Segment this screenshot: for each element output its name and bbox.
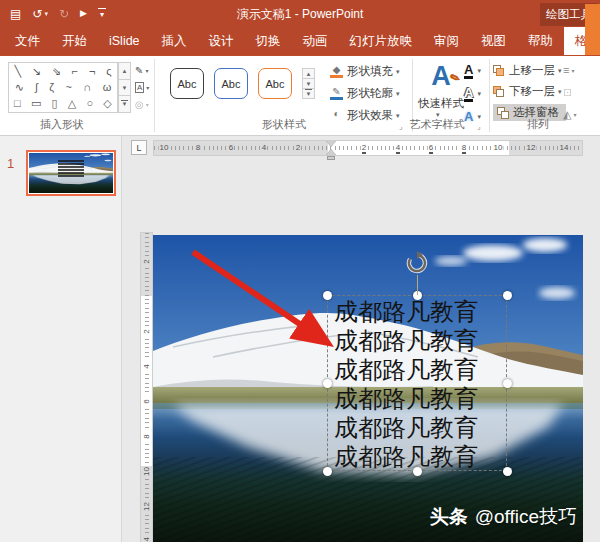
hanging-indent-marker[interactable]	[326, 149, 336, 155]
v-ruler-number: 8	[141, 431, 152, 442]
shape-triangle-icon[interactable]: △	[68, 98, 76, 109]
insert-shapes-gallery[interactable]: ╲↘⇘⌐¬ς∿ʃζ~∩ω□▭▯△○◇	[8, 62, 118, 113]
gallery-scroll-up-icon[interactable]: ▲	[118, 62, 131, 80]
tab-帮助[interactable]: 帮助	[517, 27, 564, 55]
handle-bottom-center[interactable]	[413, 467, 422, 476]
shape-style-presets: AbcAbcAbc	[170, 68, 292, 99]
shape-style-preset-1[interactable]: Abc	[170, 68, 204, 99]
rotate-handle-icon[interactable]	[405, 251, 429, 275]
tab-审阅[interactable]: 审阅	[423, 27, 470, 55]
tab-stop-mark	[462, 152, 466, 154]
text-line[interactable]: 成都路凡教育	[334, 413, 478, 442]
tab-type-selector[interactable]: L	[131, 140, 147, 155]
handle-top-left[interactable]	[323, 291, 332, 300]
v-ruler-number: 12	[141, 501, 152, 512]
handle-bottom-left[interactable]	[323, 467, 332, 476]
gallery-scrollbar[interactable]: ▲ ▼ ▼	[118, 62, 131, 113]
textbox-text[interactable]: 成都路凡教育成都路凡教育成都路凡教育成都路凡教育成都路凡教育成都路凡教育	[334, 297, 478, 471]
shape-style-preset-2[interactable]: Abc	[214, 68, 248, 99]
text-fill-button[interactable]: A	[464, 63, 481, 79]
tab-开始[interactable]: 开始	[51, 27, 98, 55]
shape-rounded-rectangle-icon[interactable]: ▭	[31, 98, 41, 109]
shape-wave-icon[interactable]: ~	[66, 82, 72, 93]
tab-插入[interactable]: 插入	[151, 27, 198, 55]
shape-arc-icon[interactable]: ∩	[83, 82, 91, 93]
shape-fill-icon: ◆	[330, 65, 343, 78]
group-objects-icon: ⊡	[563, 86, 574, 99]
v-ruler-number: 4	[141, 361, 152, 372]
tab-视图[interactable]: 视图	[470, 27, 517, 55]
tab-设计[interactable]: 设计	[198, 27, 245, 55]
tab-动画[interactable]: 动画	[292, 27, 339, 55]
shape-snip-corner-rectangle-icon[interactable]: ▯	[52, 98, 58, 109]
tab-幻灯片放映[interactable]: 幻灯片放映	[339, 27, 424, 55]
gallery-more-icon[interactable]: ▼	[118, 96, 131, 113]
text-line[interactable]: 成都路凡教育	[334, 326, 478, 355]
group-label-shape-styles: 形状样式	[262, 117, 306, 132]
first-line-indent-marker[interactable]	[326, 141, 336, 147]
h-ruler-number: 10	[493, 143, 504, 153]
brush-icon: ✎	[445, 62, 465, 94]
shape-double-arrow-line-icon[interactable]: ⇘	[52, 66, 61, 77]
workspace: 1 L 1086422468101214 22468101214	[0, 136, 600, 542]
slide-canvas[interactable]: 成都路凡教育成都路凡教育成都路凡教育成都路凡教育成都路凡教育成都路凡教育	[153, 235, 583, 542]
shape-elbow-connector-icon[interactable]: ⌐	[72, 66, 78, 77]
shape-freeform-scribble-icon[interactable]: ω	[103, 82, 112, 93]
tab-文件[interactable]: 文件	[4, 27, 51, 55]
text-outline-button[interactable]: A	[464, 86, 481, 102]
shape-outline-button[interactable]: ✎ 形状轮廓	[330, 86, 400, 101]
tab-iSlide[interactable]: iSlide	[98, 27, 151, 55]
text-fill-icon: A	[464, 63, 473, 79]
styles-more-icon[interactable]: ▼	[302, 89, 315, 99]
h-ruler-number: 8	[195, 143, 201, 153]
rotate-objects-icon[interactable]: ◭	[563, 108, 576, 121]
handle-top-right[interactable]	[503, 291, 512, 300]
text-line[interactable]: 成都路凡教育	[334, 384, 478, 413]
shape-oval-icon[interactable]: ○	[87, 98, 94, 109]
shape-arrow-line-icon[interactable]: ↘	[32, 66, 41, 77]
vertical-ruler[interactable]: 22468101214	[140, 232, 153, 542]
shape-curved-connector-icon[interactable]: ς	[106, 66, 111, 77]
bring-forward-icon	[493, 65, 505, 77]
bring-forward-button[interactable]: 上移一层	[493, 63, 562, 78]
align-objects-icon[interactable]: ≡	[563, 64, 574, 76]
edit-shape-button[interactable]: ✎	[135, 62, 153, 79]
shape-effects-button[interactable]: ◐ 形状效果	[330, 108, 400, 123]
shape-line-icon[interactable]: ╲	[14, 66, 21, 77]
text-line[interactable]: 成都路凡教育	[334, 297, 478, 326]
quick-styles-button[interactable]: A✎	[424, 61, 458, 93]
handle-middle-right[interactable]	[503, 379, 512, 388]
slide-thumbnail[interactable]	[26, 150, 116, 196]
shape-fill-button[interactable]: ◆ 形状填充	[330, 64, 400, 79]
horizontal-ruler[interactable]: 1086422468101214	[153, 140, 583, 156]
shape-styles-dialog-launcher-icon[interactable]: ⌟	[399, 122, 403, 131]
powerpoint-window: ▤↺↻▶▾ 演示文稿1 - PowerPoint 绘图工具 文件开始iSlide…	[0, 0, 600, 542]
quick-styles-label: 快速样式	[412, 96, 470, 111]
styles-scroll-down-icon[interactable]: ▼	[302, 79, 315, 89]
shape-elbow-arrow-connector-icon[interactable]: ¬	[89, 66, 95, 77]
left-indent-marker[interactable]	[327, 156, 335, 160]
shape-style-preset-3[interactable]: Abc	[258, 68, 292, 99]
text-line[interactable]: 成都路凡教育	[334, 442, 478, 471]
shape-rectangle-icon[interactable]: □	[14, 98, 21, 109]
tab-stop-mark	[429, 152, 433, 154]
wordart-dialog-launcher-icon[interactable]: ⌟	[477, 122, 481, 131]
styles-scroll-up-icon[interactable]: ▲	[302, 68, 315, 79]
v-ruler-number: 2	[141, 326, 152, 337]
send-backward-button[interactable]: 下移一层	[493, 84, 562, 99]
shape-diamond-icon[interactable]: ◇	[103, 98, 111, 109]
tab-切换[interactable]: 切换	[245, 27, 292, 55]
shape-scribble-icon[interactable]: ζ	[49, 82, 54, 93]
draw-text-box-button[interactable]: A	[135, 79, 153, 96]
h-ruler-number: 10	[159, 143, 170, 153]
thumbnail-text-line	[58, 163, 84, 165]
text-line[interactable]: 成都路凡教育	[334, 355, 478, 384]
shape-freeform-icon[interactable]: ʃ	[35, 82, 37, 93]
shape-curve-icon[interactable]: ∿	[15, 82, 24, 93]
ruler-ticks	[154, 146, 582, 150]
handle-bottom-right[interactable]	[503, 467, 512, 476]
handle-middle-left[interactable]	[323, 379, 332, 388]
ribbon-format-tab-content: ╲↘⇘⌐¬ς∿ʃζ~∩ω□▭▯△○◇ ▲ ▼ ▼ ✎A◎ 插入形状 AbcAbc…	[0, 55, 600, 136]
gallery-scroll-down-icon[interactable]: ▼	[118, 80, 131, 97]
shape-styles-scrollbar[interactable]: ▲ ▼ ▼	[302, 68, 315, 99]
